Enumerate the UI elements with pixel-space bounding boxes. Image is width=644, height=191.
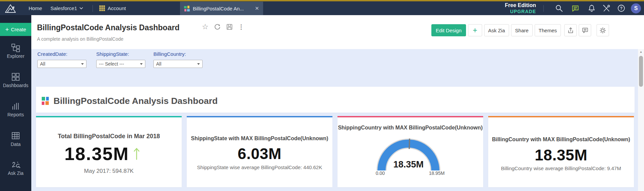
dropdown-arrow-icon xyxy=(197,63,200,65)
scrollbar-thumb[interactable] xyxy=(639,56,643,87)
kpi-card-billingcountry[interactable]: BillingCountry with MAX BillingPostalCod… xyxy=(488,116,634,187)
workspace-switcher[interactable]: Salesforce1 xyxy=(50,1,83,15)
sidebar-item-data[interactable]: Data xyxy=(0,131,31,147)
help-icon[interactable]: ? xyxy=(617,4,625,12)
nav-account[interactable]: Account xyxy=(99,1,126,15)
card-title: ShippingCountry with MAX BillingPostalCo… xyxy=(337,125,483,131)
export-button[interactable] xyxy=(564,24,577,36)
zoho-analytics-logo-icon[interactable] xyxy=(4,3,17,13)
comment-icon xyxy=(582,27,588,34)
card-value: 6.03M xyxy=(187,145,332,163)
card-title: Total BillingPostalCode in Mar 2018 xyxy=(36,133,182,140)
card-value: 18.35M xyxy=(488,146,634,164)
scroll-up-arrow-icon[interactable]: ▲ xyxy=(638,50,644,53)
notifications-bell-icon[interactable] xyxy=(588,4,596,12)
vertical-scrollbar[interactable]: ▲ xyxy=(638,49,644,191)
tab-title: BillingPostalCode An... xyxy=(193,6,244,11)
card-subtext: ShippingState wise average BillingPostal… xyxy=(187,164,332,170)
sidebar-item-dashboards[interactable]: Dashboards xyxy=(0,72,31,88)
tab-close-icon[interactable]: ✕ xyxy=(255,5,259,11)
export-icon xyxy=(567,27,574,34)
zia-icon xyxy=(11,161,21,169)
dashboard-canvas: CreatedDate: All ShippingState: --- Sele… xyxy=(31,49,638,191)
page-title: BillingPostalCode Analysis Dashboard xyxy=(37,24,179,32)
sidebar-item-ask-zia[interactable]: Ask Zia xyxy=(0,161,31,176)
dropdown-arrow-icon xyxy=(81,63,84,65)
topbar-separator-2 xyxy=(543,5,544,12)
upgrade-link[interactable]: UPGRADE xyxy=(505,8,536,14)
table-grid-icon xyxy=(99,5,105,11)
trend-up-icon xyxy=(133,147,140,160)
edition-label: Free Edition xyxy=(505,2,536,8)
dashboard-header: BillingPostalCode Analysis Dashboard ☆ ⋮… xyxy=(31,15,644,49)
dashboard-heading: BillingPostalCode Analysis Dashboard xyxy=(53,96,218,106)
nav-home[interactable]: Home xyxy=(29,1,42,15)
more-options-icon[interactable]: ⋮ xyxy=(238,23,244,31)
dashboard-title-band: BillingPostalCode Analysis Dashboard xyxy=(36,87,635,113)
kpi-card-total-billingpostalcode[interactable]: Total BillingPostalCode in Mar 2018 18.3… xyxy=(36,116,182,187)
page-subtitle: A complete analysis on BillingPostalCode xyxy=(37,36,123,42)
card-subtext: BillingCountry wise average BillingPosta… xyxy=(488,165,634,171)
gauge-card-shippingcountry[interactable]: ShippingCountry with MAX BillingPostalCo… xyxy=(337,116,483,187)
comments-button[interactable] xyxy=(579,24,591,36)
card-value: 18.35M xyxy=(64,143,129,164)
tools-icon[interactable] xyxy=(602,4,611,12)
feedback-chat-icon[interactable] xyxy=(571,4,580,12)
reports-icon xyxy=(11,102,20,111)
filter-shippingstate-select[interactable]: --- Select --- xyxy=(96,60,145,68)
data-table-icon xyxy=(11,131,20,140)
filter-createddate: CreatedDate: All xyxy=(37,51,86,68)
save-icon[interactable] xyxy=(226,24,233,30)
kpi-card-shippingstate[interactable]: ShippingState with MAX BillingPostalCode… xyxy=(187,116,332,187)
dashboards-icon xyxy=(11,72,20,81)
sidebar-item-reports[interactable]: Reports xyxy=(0,102,31,117)
filter-shippingstate: ShippingState: --- Select --- xyxy=(96,51,145,68)
sidebar-item-explorer[interactable]: Explorer xyxy=(0,43,31,59)
left-sidebar: + Create Explorer Dashboards Reports xyxy=(0,15,31,191)
user-avatar[interactable]: S xyxy=(631,3,641,13)
favorite-star-icon[interactable]: ☆ xyxy=(202,23,209,31)
plus-icon: + xyxy=(5,26,9,33)
dropdown-arrow-icon xyxy=(140,63,143,65)
card-title: ShippingState with MAX BillingPostalCode… xyxy=(187,136,332,142)
filter-createddate-select[interactable]: All xyxy=(37,60,86,68)
topbar-separator xyxy=(93,5,93,12)
card-title: BillingCountry with MAX BillingPostalCod… xyxy=(488,137,634,143)
themes-button[interactable]: Themes xyxy=(535,24,561,36)
filter-billingcountry-select[interactable]: All xyxy=(153,60,203,68)
create-button[interactable]: + Create xyxy=(0,23,31,36)
gauge-chart: 18.35M 0.00 18.95M xyxy=(361,136,456,177)
chevron-down-icon xyxy=(79,7,83,9)
search-icon[interactable] xyxy=(555,4,563,12)
top-navigation-bar: Home Salesforce1 Account Billi xyxy=(0,1,644,15)
tab-billingpostalcode-analysis[interactable]: BillingPostalCode An... ✕ xyxy=(180,2,263,15)
refresh-icon[interactable] xyxy=(214,24,221,30)
dashboard-grid-icon xyxy=(184,6,190,11)
edit-design-button[interactable]: Edit Design xyxy=(431,24,466,36)
add-widget-button[interactable]: + xyxy=(468,24,482,36)
share-button[interactable]: Share xyxy=(511,24,533,36)
explorer-icon xyxy=(11,43,20,52)
filter-billingcountry: BillingCountry: All xyxy=(153,51,203,68)
card-subtext: May 2017: 594.87K xyxy=(36,168,182,175)
dashboard-icon xyxy=(42,97,49,105)
ask-zia-button[interactable]: Ask Zia xyxy=(484,24,509,36)
svg-text:?: ? xyxy=(620,6,622,11)
edition-info: Free Edition UPGRADE xyxy=(505,2,536,14)
gear-icon xyxy=(599,27,606,34)
gauge-min-label: 0.00 xyxy=(375,170,385,176)
gauge-max-label: 18.95M xyxy=(429,170,444,176)
gauge-value: 18.35M xyxy=(393,159,423,169)
settings-button[interactable] xyxy=(597,24,609,36)
